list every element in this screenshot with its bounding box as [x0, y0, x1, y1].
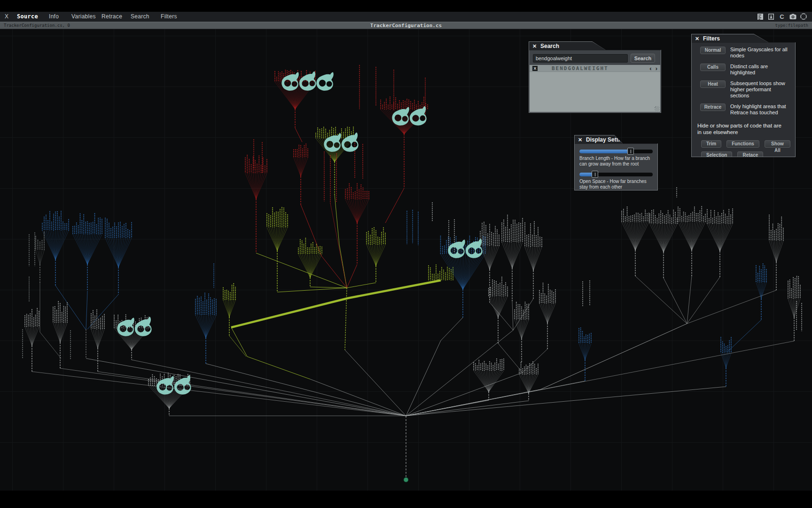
trim-button[interactable]: Trim [701, 140, 721, 148]
branch-length-slider-handle[interactable] [627, 148, 634, 155]
branch-length-label: Branch Length - How far a branch can gro… [579, 156, 654, 167]
functions-button[interactable]: Functions [726, 140, 759, 148]
prev-match-icon[interactable]: ‹ [649, 65, 651, 71]
open-space-slider-handle[interactable] [592, 171, 598, 178]
open-space-label: Open Space - How far branches stay from … [579, 179, 654, 190]
filter-mode-normal[interactable]: Normal [700, 47, 726, 54]
loop-marker-icon[interactable] [134, 317, 152, 337]
close-icon[interactable]: ✕ [532, 42, 537, 50]
app-window: X Source Info Variables Retrace Search F… [0, 0, 812, 508]
filters-section-text: Hide or show parts of code that are in u… [692, 117, 792, 135]
loop-marker-icon[interactable] [409, 106, 427, 126]
close-icon[interactable]: ✕ [578, 135, 582, 144]
code-tree-visualization[interactable] [0, 0, 812, 508]
remove-result-button[interactable]: X [532, 66, 538, 71]
filter-mode-retrace-desc: Only highlight areas that Retrace has to… [730, 103, 790, 116]
filters-panel: ✕ Filters Normal Simple Grayscales for a… [691, 34, 796, 157]
filters-panel-title: Filters [703, 35, 720, 42]
loop-marker-icon[interactable] [156, 375, 174, 395]
filter-mode-normal-desc: Simple Grayscales for all nodes [730, 47, 790, 59]
show-all-button[interactable]: Show All [765, 140, 790, 148]
next-match-icon[interactable]: › [656, 65, 657, 71]
filter-mode-heat[interactable]: Heat [700, 80, 726, 88]
loop-marker-icon[interactable] [391, 106, 409, 126]
filter-mode-heat-desc: Subsequent loops show higher performant … [730, 80, 790, 99]
branch-length-slider[interactable] [579, 150, 653, 153]
search-results-list: X BENDGOALWEIGHT ‹ › [530, 65, 660, 112]
filter-mode-retrace[interactable]: Retrace [700, 103, 726, 111]
search-result-row[interactable]: X BENDGOALWEIGHT ‹ › [530, 65, 660, 72]
open-space-slider[interactable] [579, 173, 653, 176]
resize-grip[interactable] [655, 106, 659, 111]
filter-mode-calls[interactable]: Calls [700, 64, 726, 71]
search-button[interactable]: Search [631, 54, 655, 63]
loop-marker-icon[interactable] [323, 133, 341, 152]
search-input[interactable] [533, 54, 628, 63]
loop-marker-icon[interactable] [316, 71, 334, 91]
filter-mode-calls-desc: Distinct calls are highlighted [730, 64, 790, 76]
close-icon[interactable]: ✕ [695, 34, 699, 43]
search-result-label: BENDGOALWEIGHT [552, 65, 609, 71]
loop-marker-icon[interactable] [281, 71, 299, 91]
search-panel: ✕ Search Search X BENDGOALWEIGHT ‹ › [529, 41, 661, 113]
search-panel-title: Search [540, 43, 559, 49]
